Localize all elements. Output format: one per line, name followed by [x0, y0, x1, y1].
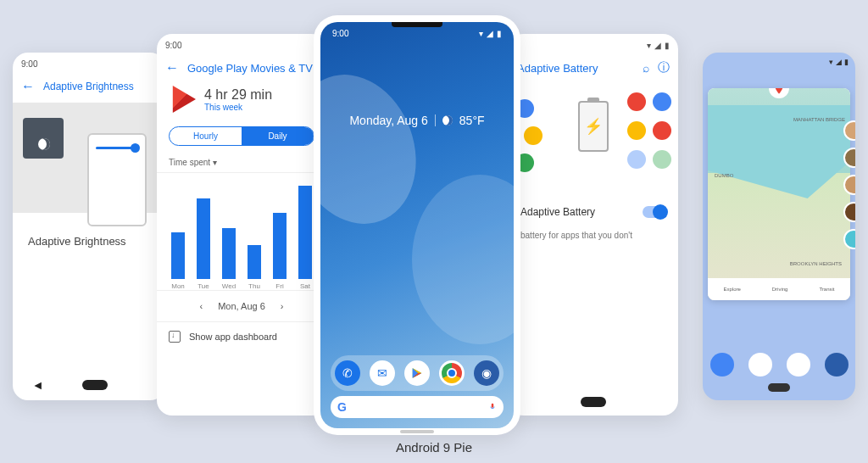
page-title: Adaptive Brightness [43, 81, 134, 92]
setting-description: battery for apps that you don't [509, 230, 678, 242]
contact-avatar[interactable] [843, 229, 855, 249]
play-movies-icon [169, 86, 196, 113]
dock-app-icon[interactable] [710, 353, 734, 377]
contact-strip [843, 120, 855, 249]
play-store-icon[interactable] [748, 353, 772, 377]
page-title: Google Play Movies & TV [187, 62, 313, 75]
show-dashboard-button[interactable]: Show app dashboard [157, 321, 326, 351]
back-icon[interactable]: ← [21, 79, 35, 94]
app-dock: ✆ ✉ ◉ [331, 355, 504, 391]
tab-transit[interactable]: Transit [819, 287, 834, 292]
app-dot-icon [653, 92, 671, 111]
wifi-icon: ▾ [479, 29, 483, 38]
app-dot-icon [524, 126, 542, 145]
tab-daily[interactable]: Daily [242, 127, 314, 145]
date-nav: ‹ Mon, Aug 6 › [157, 291, 326, 321]
signal-icon: ◢ [487, 29, 493, 38]
chrome-app-icon[interactable] [439, 360, 465, 386]
status-bar: 9:00 [157, 34, 326, 57]
app-dot-icon [627, 121, 646, 140]
usage-duration: 4 hr 29 min [204, 87, 272, 103]
maps-bottom-nav: Explore Driving Transit [708, 278, 850, 300]
home-pill[interactable] [400, 430, 434, 433]
camera-app-icon[interactable] [825, 353, 849, 377]
help-icon[interactable]: ⓘ [658, 60, 670, 75]
tab-explore[interactable]: Explore [723, 287, 740, 292]
toggle-label: Adaptive Battery [520, 206, 636, 218]
back-icon[interactable]: ← [165, 60, 179, 75]
app-dot-icon [653, 121, 671, 140]
tab-hourly[interactable]: Hourly [170, 127, 242, 145]
mic-icon[interactable] [488, 401, 497, 413]
recent-app-maps[interactable]: Manhattan Bridge DUMBO BROOKLYN HEIGHTS … [708, 88, 850, 300]
status-bar: 9:00 [13, 53, 165, 75]
date-weather-widget[interactable]: Monday, Aug 6 85°F [320, 114, 514, 127]
camera-app-icon[interactable]: ◉ [474, 360, 499, 386]
play-movies-card: 9:00 ← Google Play Movies & TV 4 hr 29 m… [157, 34, 326, 416]
notch [392, 22, 442, 27]
metric-dropdown[interactable]: Time spent ▾ [157, 153, 326, 172]
moon-icon [38, 138, 50, 150]
back-nav-icon[interactable]: ◄ [32, 378, 44, 392]
map-label: BROOKLYN HEIGHTS [790, 261, 842, 266]
brightness-illustration [13, 103, 165, 213]
app-dot-icon [653, 150, 671, 169]
messages-app-icon[interactable]: ✉ [370, 360, 395, 386]
map-label: Manhattan Bridge [793, 117, 845, 122]
time-tabs: Hourly Daily [169, 126, 314, 146]
home-pill[interactable] [82, 380, 108, 390]
nav-bar: ◄ [13, 378, 165, 392]
search-icon[interactable]: ⌕ [643, 61, 649, 75]
bolt-icon: ⚡ [584, 117, 603, 136]
contact-avatar[interactable] [843, 175, 855, 195]
next-icon[interactable]: › [281, 301, 284, 311]
map-label: DUMBO [715, 173, 733, 178]
app-dot-icon [627, 92, 646, 111]
adaptive-battery-toggle[interactable] [643, 206, 666, 218]
current-date: Mon, Aug 6 [218, 301, 265, 311]
weather-moon-icon [442, 115, 453, 126]
battery-illustration: ⚡ [509, 84, 678, 194]
phone-app-icon[interactable]: ✆ [335, 360, 360, 386]
adaptive-brightness-card: 9:00 ← Adaptive Brightness Adaptive Brig… [13, 53, 165, 400]
home-pill[interactable] [768, 383, 790, 392]
play-store-icon[interactable] [404, 360, 430, 386]
contact-avatar[interactable] [843, 202, 855, 222]
contact-avatar[interactable] [843, 148, 855, 168]
status-bar: ▾◢▮ [703, 53, 855, 71]
prev-icon[interactable]: ‹ [200, 301, 203, 311]
status-bar: ▾◢▮ [509, 34, 678, 57]
page-title: Adaptive Battery [517, 62, 634, 75]
home-screen-card: 9:00 ▾ ◢ ▮ Monday, Aug 6 85°F ✆ ✉ ◉ G [314, 15, 520, 435]
app-dot-icon [627, 150, 646, 169]
brightness-slider [96, 147, 138, 149]
recents-card: ▾◢▮ Manhattan Bridge DUMBO BROOKLYN HEIG… [703, 53, 855, 400]
recents-dock [703, 353, 855, 377]
chrome-app-icon[interactable] [787, 353, 810, 377]
usage-chart: Mon Tue Wed Thu Fri Sat [157, 172, 326, 291]
dashboard-icon [169, 331, 181, 343]
adaptive-battery-card: ▾◢▮ Adaptive Battery ⌕ ⓘ ⚡ Adaptive Batt… [509, 34, 678, 416]
usage-period: This week [204, 103, 272, 112]
tab-driving[interactable]: Driving [772, 287, 788, 292]
battery-icon: ▮ [497, 29, 502, 38]
status-bar: 9:00 ▾ ◢ ▮ [320, 29, 514, 38]
home-pill[interactable] [581, 397, 606, 407]
contact-avatar[interactable] [843, 120, 855, 141]
google-logo-icon: G [337, 400, 347, 414]
caption: Android 9 Pie [0, 440, 868, 455]
google-search-bar[interactable]: G [331, 396, 504, 418]
